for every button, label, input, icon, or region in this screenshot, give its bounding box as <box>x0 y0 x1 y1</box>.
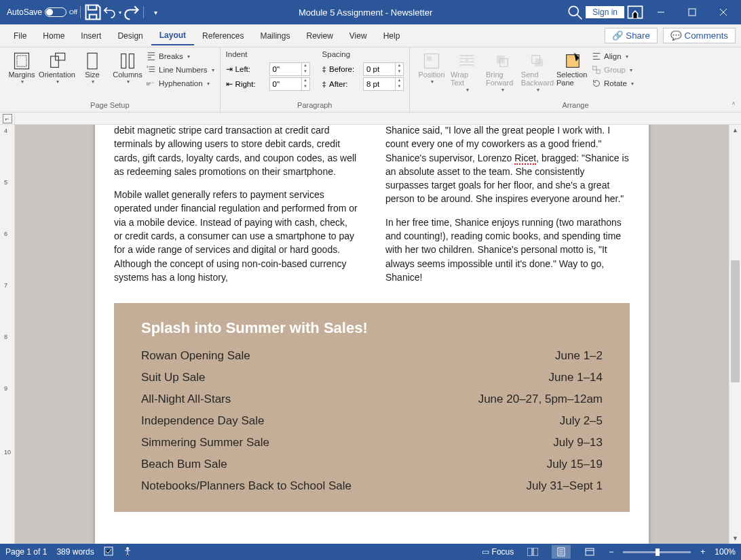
sign-in-button[interactable]: Sign in <box>586 6 624 18</box>
scroll-down-icon[interactable]: ▼ <box>729 533 741 544</box>
sale-row[interactable]: Rowan Opening SaleJune 1–2 <box>141 349 603 363</box>
comments-button[interactable]: 💬 Comments <box>663 28 736 43</box>
body-text[interactable]: Mobile wallet generally refers to paymen… <box>114 188 358 284</box>
body-text[interactable]: In her free time, Shanice enjoys running… <box>385 216 630 284</box>
page-indicator[interactable]: Page 1 of 1 <box>5 547 47 557</box>
ruler-vertical[interactable]: 4 5 6 7 8 9 10 <box>0 125 15 544</box>
svg-rect-8 <box>121 54 126 68</box>
svg-rect-21 <box>596 70 600 73</box>
svg-rect-6 <box>56 53 65 60</box>
svg-rect-9 <box>129 54 134 68</box>
group-page-setup: Margins▾ Orientation▾ Size▾ Columns▾ Bre… <box>0 47 221 112</box>
read-mode-icon[interactable] <box>523 545 542 559</box>
sales-box[interactable]: Splash into Summer with Sales! Rowan Ope… <box>114 303 630 512</box>
tab-mailings[interactable]: Mailings <box>252 27 298 45</box>
tab-home[interactable]: Home <box>35 27 73 45</box>
spacing-before-field[interactable]: 0 pt▲▼ <box>363 62 404 76</box>
line-numbers-button[interactable]: 1Line Numbers▾ <box>147 64 214 76</box>
zoom-level[interactable]: 100% <box>715 547 736 557</box>
sales-title[interactable]: Splash into Summer with Sales! <box>141 319 603 337</box>
zoom-slider[interactable] <box>623 551 691 553</box>
sale-date: June 1–2 <box>555 349 603 363</box>
indent-left-field[interactable]: 0"▲▼ <box>269 62 310 76</box>
vertical-scrollbar[interactable]: ▲ ▼ <box>729 125 741 544</box>
proofing-icon[interactable] <box>104 546 113 558</box>
sale-row[interactable]: Simmering Summer SaleJuly 9–13 <box>141 436 603 449</box>
svg-rect-27 <box>586 548 594 555</box>
position-button: Position▾ <box>415 50 448 85</box>
accessibility-icon[interactable] <box>123 546 132 558</box>
zoom-out-button[interactable]: − <box>609 547 613 557</box>
tab-file[interactable]: File <box>5 27 35 45</box>
svg-text:bᶜ⁻: bᶜ⁻ <box>147 81 154 87</box>
tab-references[interactable]: References <box>194 27 252 45</box>
columns-button[interactable]: Columns▾ <box>111 50 144 85</box>
spelling-error[interactable]: Ricet <box>514 153 536 165</box>
body-text[interactable]: Shanice said, "I love all the great peop… <box>385 125 630 206</box>
tab-insert[interactable]: Insert <box>73 27 109 45</box>
align-button[interactable]: Align▾ <box>592 50 634 62</box>
maximize-button[interactable] <box>677 3 707 22</box>
sale-row[interactable]: Suit Up SaleJune 1–14 <box>141 371 603 384</box>
share-button[interactable]: 🔗 Share <box>605 28 658 43</box>
body-text[interactable]: debit magnetic stripe card transaction a… <box>114 125 358 178</box>
tab-review[interactable]: Review <box>298 27 341 45</box>
arrange-group-label: Arrange <box>415 101 736 111</box>
autosave-toggle[interactable]: AutoSave Off <box>7 7 77 17</box>
sale-row[interactable]: All-Night All-StarsJune 20–27, 5pm–12am <box>141 393 603 406</box>
print-layout-icon[interactable] <box>552 545 571 559</box>
focus-label: Focus <box>492 547 514 557</box>
svg-rect-5 <box>51 56 59 67</box>
minimize-button[interactable] <box>646 3 676 22</box>
hyphenation-button[interactable]: bᶜ⁻Hyphenation▾ <box>147 77 214 89</box>
autosave-label: AutoSave <box>7 7 42 17</box>
spacing-heading: Spacing <box>322 50 404 58</box>
rotate-button[interactable]: Rotate▾ <box>592 77 634 89</box>
autosave-switch[interactable] <box>45 7 66 17</box>
sale-row[interactable]: Independence Day SaleJuly 2–5 <box>141 414 603 428</box>
send-backward-label: Send Backward <box>521 71 554 87</box>
svg-point-0 <box>569 6 579 16</box>
indent-right-field[interactable]: 0"▲▼ <box>269 77 310 91</box>
sale-name: Suit Up Sale <box>141 371 206 384</box>
tab-view[interactable]: View <box>341 27 375 45</box>
spacing-after-field[interactable]: 8 pt▲▼ <box>363 77 404 91</box>
save-icon[interactable] <box>83 3 102 22</box>
sale-row[interactable]: Notebooks/Planners Back to School SaleJu… <box>141 479 603 493</box>
zoom-in-button[interactable]: + <box>700 547 705 557</box>
sale-name: Beach Bum Sale <box>141 458 227 471</box>
spacing-after-label: After: <box>329 80 360 88</box>
page-scroll[interactable]: debit magnetic stripe card transaction a… <box>15 125 729 544</box>
orientation-button[interactable]: Orientation▾ <box>41 50 73 85</box>
breaks-button[interactable]: Breaks▾ <box>147 50 214 62</box>
undo-icon[interactable]: ▾ <box>102 3 121 22</box>
paragraph-group-label: Paragraph <box>226 101 404 111</box>
ribbon-display-icon[interactable] <box>626 3 645 22</box>
margins-button[interactable]: Margins▾ <box>5 50 38 85</box>
svg-rect-15 <box>497 56 505 64</box>
tab-design[interactable]: Design <box>109 27 151 45</box>
ruler-horizontal[interactable]: ⌐ <box>0 113 741 125</box>
sale-row[interactable]: Beach Bum SaleJuly 15–19 <box>141 458 603 471</box>
customize-qat-icon[interactable]: ▾ <box>147 3 166 22</box>
svg-rect-17 <box>535 59 544 67</box>
size-label: Size <box>85 71 99 79</box>
spacing-after-value: 8 pt <box>366 80 379 88</box>
group-paragraph: Indent ⇥Left:0"▲▼ ⇤Right:0"▲▼ Spacing ‡B… <box>221 47 410 112</box>
page[interactable]: debit magnetic stripe card transaction a… <box>95 125 649 544</box>
size-button[interactable]: Size▾ <box>76 50 109 85</box>
collapse-ribbon-icon[interactable]: ＾ <box>730 100 737 109</box>
selection-pane-button[interactable]: Selection Pane <box>556 50 589 87</box>
redo-icon[interactable] <box>121 3 140 22</box>
close-button[interactable] <box>708 3 738 22</box>
word-count[interactable]: 389 words <box>56 547 94 557</box>
search-icon[interactable] <box>565 3 584 22</box>
tab-stop-selector[interactable]: ⌐ <box>3 114 12 123</box>
tab-help[interactable]: Help <box>375 27 408 45</box>
scroll-thumb[interactable] <box>731 260 740 382</box>
web-layout-icon[interactable] <box>580 545 599 559</box>
tab-layout[interactable]: Layout <box>151 26 194 45</box>
focus-mode-button[interactable]: ▭ Focus <box>482 547 514 557</box>
scroll-up-icon[interactable]: ▲ <box>729 125 741 136</box>
svg-text:1: 1 <box>147 65 149 68</box>
